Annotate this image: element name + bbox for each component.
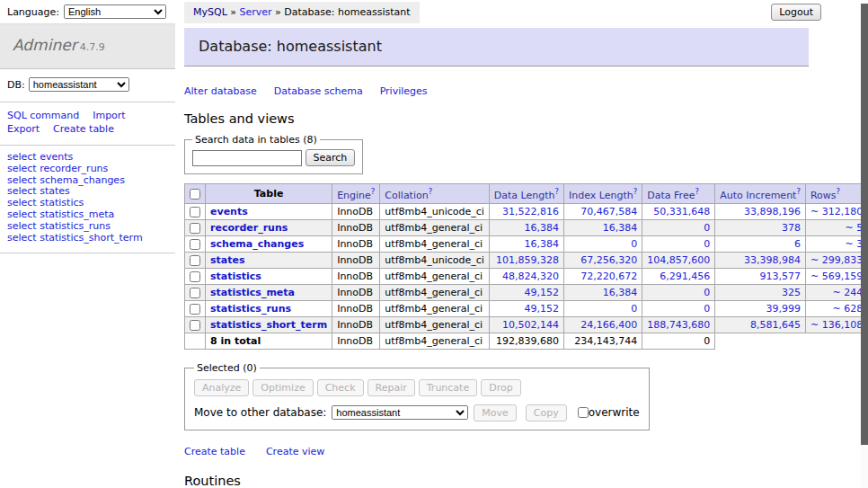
help-icon[interactable]: ? xyxy=(796,187,801,196)
logout-button[interactable]: Logout xyxy=(771,4,821,21)
scrollbar-thumb[interactable] xyxy=(861,4,868,445)
table-name-link[interactable]: events xyxy=(210,206,248,217)
rows-link[interactable]: ~ 136,108 xyxy=(810,319,863,331)
data-length-link[interactable]: 48,824,320 xyxy=(502,271,559,282)
sidebar-item-select-recorder-runs[interactable]: select recorder_runs xyxy=(7,164,168,175)
alter-database-link[interactable]: Alter database xyxy=(184,85,257,97)
index-length-cell: 0 xyxy=(564,300,642,316)
create-table-link[interactable]: Create table xyxy=(184,446,245,457)
rows-link[interactable]: ~ 299,833 xyxy=(810,254,863,266)
help-icon[interactable]: ? xyxy=(429,187,433,196)
table-name-link[interactable]: states xyxy=(210,254,245,266)
auto-increment-link[interactable]: 913,577 xyxy=(759,271,801,282)
help-icon[interactable]: ? xyxy=(695,187,699,196)
search-input[interactable] xyxy=(192,150,302,166)
data-free-link[interactable]: 6,291,456 xyxy=(660,271,710,282)
row-checkbox[interactable] xyxy=(190,207,200,217)
auto-increment-link[interactable]: 6 xyxy=(794,238,801,250)
check-button[interactable]: Check xyxy=(317,379,364,396)
data-length-link[interactable]: 101,859,328 xyxy=(496,254,559,266)
auto-increment-link[interactable]: 39,999 xyxy=(766,303,801,315)
data-length-link[interactable]: 31,522,816 xyxy=(502,206,559,217)
data-length-link[interactable]: 16,384 xyxy=(525,238,560,250)
create-view-link[interactable]: Create view xyxy=(266,446,324,457)
index-length-link[interactable]: 16,384 xyxy=(603,222,638,234)
table-name-link[interactable]: recorder_runs xyxy=(210,222,288,234)
data-free-link[interactable]: 0 xyxy=(704,287,710,298)
index-length-link[interactable]: 0 xyxy=(631,238,637,250)
table-name-cell: recorder_runs xyxy=(206,219,332,235)
index-length-link[interactable]: 16,384 xyxy=(603,287,638,298)
move-database-select[interactable]: homeassistant xyxy=(332,405,468,420)
data-length-link[interactable]: 49,152 xyxy=(525,303,560,315)
rows-link[interactable]: ~ 244 xyxy=(832,287,863,298)
vertical-scrollbar[interactable] xyxy=(861,0,868,488)
overwrite-checkbox[interactable] xyxy=(578,407,589,418)
help-icon[interactable]: ? xyxy=(371,187,376,196)
data-length-link[interactable]: 16,384 xyxy=(525,222,560,234)
row-checkbox[interactable] xyxy=(190,271,200,282)
table-name-link[interactable]: schema_changes xyxy=(210,238,304,250)
data-length-cell: 10,502,144 xyxy=(489,316,563,333)
rows-cell: ~ 136,108 xyxy=(805,316,867,333)
sidebar-item-select-statistics-short-term[interactable]: select statistics_short_term xyxy=(7,233,168,244)
optimize-button[interactable]: Optimize xyxy=(252,379,313,396)
row-checkbox[interactable] xyxy=(190,288,200,298)
data-length-link[interactable]: 10,502,144 xyxy=(502,319,559,331)
rows-link[interactable]: ~ 628 xyxy=(832,303,863,315)
table-name-link[interactable]: statistics_meta xyxy=(210,287,295,298)
row-checkbox[interactable] xyxy=(190,304,200,315)
data-free-link[interactable]: 0 xyxy=(704,303,710,315)
index-length-link[interactable]: 0 xyxy=(631,303,637,315)
data-free-link[interactable]: 0 xyxy=(704,238,710,250)
drop-button[interactable]: Drop xyxy=(481,379,520,396)
table-name-link[interactable]: statistics xyxy=(210,271,261,282)
privileges-link[interactable]: Privileges xyxy=(380,85,428,97)
row-checkbox[interactable] xyxy=(190,239,200,250)
breadcrumb-mysql-link[interactable]: MySQL xyxy=(193,6,227,18)
row-checkbox[interactable] xyxy=(190,320,200,331)
auto-increment-link[interactable]: 8,581,645 xyxy=(750,319,801,331)
truncate-button[interactable]: Truncate xyxy=(419,379,477,396)
breadcrumb-server-link[interactable]: Server xyxy=(240,6,272,18)
auto-increment-link[interactable]: 33,898,196 xyxy=(744,206,801,217)
analyze-button[interactable]: Analyze xyxy=(194,379,249,396)
sidebar-item-select-statistics-meta[interactable]: select statistics_meta xyxy=(7,209,168,221)
auto-increment-link[interactable]: 325 xyxy=(782,287,801,298)
sidebar-item-select-events[interactable]: select events xyxy=(7,152,168,164)
sidebar-item-select-statistics-runs[interactable]: select statistics_runs xyxy=(7,221,168,233)
sidebar-link-import[interactable]: Import xyxy=(93,109,126,122)
data-length-link[interactable]: 49,152 xyxy=(525,287,560,298)
language-select[interactable]: English xyxy=(64,4,166,19)
data-free-link[interactable]: 50,331,648 xyxy=(653,206,710,217)
data-free-link[interactable]: 188,743,680 xyxy=(647,319,710,331)
search-button[interactable]: Search xyxy=(306,149,356,166)
help-icon[interactable]: ? xyxy=(837,187,841,196)
rows-link[interactable]: ~ 569,159 xyxy=(810,271,863,282)
copy-button[interactable]: Copy xyxy=(526,404,567,421)
index-length-link[interactable]: 72,220,672 xyxy=(580,271,637,282)
db-select[interactable]: homeassistant xyxy=(29,77,129,92)
rows-cell: ~ 312,180 xyxy=(805,203,867,219)
data-free-link[interactable]: 0 xyxy=(704,222,710,234)
index-length-link[interactable]: 67,256,320 xyxy=(580,254,637,266)
row-checkbox[interactable] xyxy=(190,255,200,266)
database-schema-link[interactable]: Database schema xyxy=(274,85,363,97)
index-length-link[interactable]: 70,467,584 xyxy=(580,206,637,217)
sidebar-link-create-table[interactable]: Create table xyxy=(53,122,114,136)
help-icon[interactable]: ? xyxy=(633,187,638,196)
auto-increment-link[interactable]: 33,398,984 xyxy=(744,254,801,266)
index-length-link[interactable]: 24,166,400 xyxy=(580,319,637,331)
repair-button[interactable]: Repair xyxy=(368,379,415,396)
table-name-link[interactable]: statistics_short_term xyxy=(210,319,327,331)
sidebar-link-sql-command[interactable]: SQL command xyxy=(7,109,79,122)
row-checkbox[interactable] xyxy=(190,223,200,234)
move-button[interactable]: Move xyxy=(474,404,517,421)
sidebar-link-export[interactable]: Export xyxy=(7,122,40,136)
data-free-link[interactable]: 104,857,600 xyxy=(647,254,710,266)
auto-increment-link[interactable]: 378 xyxy=(782,222,801,234)
table-name-link[interactable]: statistics_runs xyxy=(210,303,291,315)
help-icon[interactable]: ? xyxy=(555,187,560,196)
select-all-checkbox[interactable] xyxy=(190,189,200,200)
rows-link[interactable]: ~ 312,180 xyxy=(810,206,863,217)
